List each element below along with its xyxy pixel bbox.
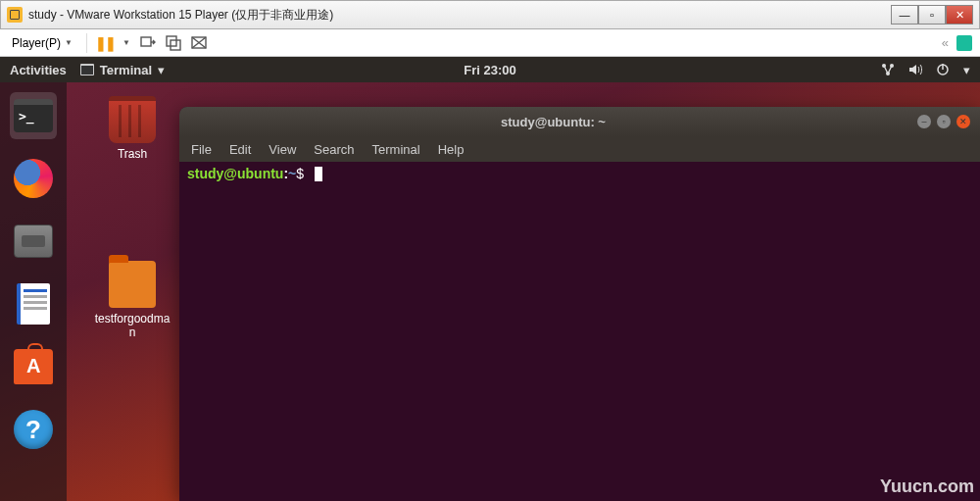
maximize-button[interactable]: ▫ (918, 5, 946, 25)
dropdown-icon[interactable]: ▼ (122, 38, 130, 47)
volume-icon (908, 63, 922, 76)
dock-help[interactable]: ? (10, 406, 57, 453)
player-label: Player(P) (12, 36, 61, 50)
menu-search[interactable]: Search (314, 142, 354, 157)
terminal-cursor (315, 167, 322, 181)
separator (86, 33, 87, 53)
svg-rect-1 (167, 36, 176, 46)
terminal-close-button[interactable]: ✕ (956, 115, 970, 128)
ubuntu-top-bar: Activities Terminal ▾ Fri 23:00 ▾ (0, 57, 980, 82)
svg-rect-2 (171, 40, 180, 50)
firefox-icon (14, 159, 53, 198)
ubuntu-dock: ? (0, 82, 67, 501)
terminal-icon (14, 99, 53, 132)
terminal-menubar: File Edit View Search Terminal Help (179, 136, 980, 162)
desktop-folder-testforgoodman[interactable]: testforgoodman (93, 261, 172, 339)
network-icon (881, 63, 895, 76)
player-menu[interactable]: Player(P) ▼ (8, 34, 76, 52)
terminal-minimize-button[interactable]: – (917, 115, 931, 128)
terminal-titlebar[interactable]: study@ubuntu: ~ – ▫ ✕ (179, 107, 980, 136)
desktop-trash[interactable]: Trash (93, 96, 172, 161)
dropdown-icon: ▼ (65, 38, 73, 47)
dropdown-icon: ▾ (963, 63, 970, 77)
dock-writer[interactable] (10, 280, 57, 327)
menu-edit[interactable]: Edit (229, 142, 251, 157)
help-icon: ? (14, 410, 53, 449)
terminal-maximize-button[interactable]: ▫ (937, 115, 951, 128)
system-tray[interactable]: ▾ (881, 63, 970, 77)
dock-terminal[interactable] (10, 92, 57, 139)
activities-button[interactable]: Activities (10, 63, 67, 77)
folder-icon (109, 261, 156, 308)
dropdown-icon: ▾ (158, 63, 165, 77)
prompt-user: study@ubuntu (187, 166, 283, 181)
clock[interactable]: Fri 23:00 (464, 63, 515, 77)
pause-icon[interactable]: ❚❚ (97, 35, 113, 51)
watermark: Yuucn.com (880, 476, 974, 497)
close-button[interactable]: ✕ (946, 5, 973, 25)
terminal-body[interactable]: study@ubuntu:~$ (179, 162, 980, 185)
ubuntu-desktop[interactable]: ? Trash testforgoodman study@ubuntu: ~ –… (0, 82, 980, 501)
menu-help[interactable]: Help (438, 142, 465, 157)
window-title: study - VMware Workstation 15 Player (仅用… (28, 7, 891, 24)
libreoffice-writer-icon (17, 283, 50, 325)
send-ctrl-alt-del-icon[interactable] (140, 35, 156, 51)
vmware-toolbar: Player(P) ▼ ❚❚ ▼ « (0, 29, 980, 57)
trash-label: Trash (93, 147, 172, 161)
ubuntu-software-icon (14, 349, 53, 384)
terminal-title: study@ubuntu: ~ (189, 115, 917, 129)
terminal-controls: – ▫ ✕ (917, 115, 970, 128)
svg-rect-5 (81, 66, 93, 75)
prompt-sign: $ (296, 166, 304, 181)
menu-terminal[interactable]: Terminal (372, 142, 420, 157)
files-icon (14, 225, 53, 258)
menu-view[interactable]: View (269, 142, 296, 157)
dock-files[interactable] (10, 218, 57, 265)
terminal-window: study@ubuntu: ~ – ▫ ✕ File Edit View Sea… (179, 107, 980, 501)
window-controls: — ▫ ✕ (891, 5, 973, 25)
windows-titlebar: study - VMware Workstation 15 Player (仅用… (0, 0, 980, 29)
folder-label: testforgoodman (93, 312, 172, 339)
dock-firefox[interactable] (10, 155, 57, 202)
minimize-button[interactable]: — (891, 5, 918, 25)
vm-status-icon[interactable] (956, 35, 972, 51)
menu-file[interactable]: File (191, 142, 212, 157)
dock-software[interactable] (10, 343, 57, 390)
trash-icon (109, 96, 156, 143)
vmware-right-controls: « (942, 35, 972, 51)
unity-icon[interactable] (166, 35, 181, 51)
collapse-icon[interactable]: « (942, 35, 949, 50)
power-icon (936, 63, 950, 76)
fullscreen-icon[interactable] (191, 35, 207, 51)
terminal-icon (80, 63, 94, 76)
svg-rect-0 (141, 37, 151, 46)
app-label: Terminal (100, 63, 152, 77)
vmware-app-icon (7, 7, 23, 23)
top-app-menu[interactable]: Terminal ▾ (80, 63, 165, 77)
